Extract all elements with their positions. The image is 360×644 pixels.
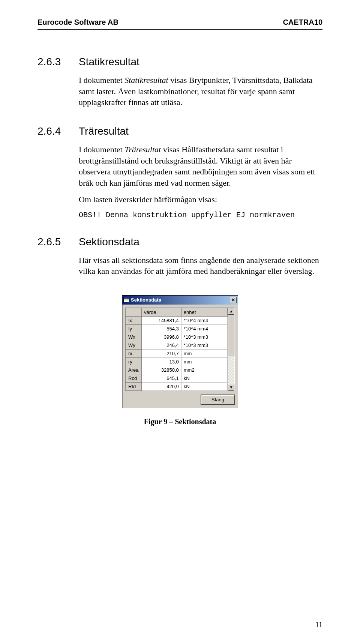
- row-value: 246,4: [142, 341, 182, 349]
- row-name: Rtd: [126, 382, 142, 390]
- section-paragraph: I dokumentet Statikresultat visas Brytpu…: [79, 75, 322, 108]
- figure-dialog-wrap: Sektionsdata ✕ värde enhet Ix145881,4*10…: [38, 295, 322, 408]
- page-number: 11: [315, 620, 322, 629]
- dialog-title: Sektionsdata: [131, 297, 161, 303]
- section-number: 2.6.4: [38, 125, 79, 224]
- row-unit: *10^4 mm4: [181, 316, 227, 324]
- close-icon[interactable]: ✕: [230, 297, 237, 303]
- grid-corner: [126, 308, 142, 316]
- header-rule: [38, 29, 322, 30]
- row-value: 210,7: [142, 349, 182, 357]
- section-264: 2.6.4 Träresultat I dokumentet Träresult…: [38, 125, 322, 224]
- table-row: Wy246,4*10^3 mm3: [126, 341, 228, 349]
- table-row: Rcd645,1kN: [126, 374, 228, 382]
- row-unit: *10^3 mm3: [181, 333, 227, 341]
- row-value: 3996,8: [142, 333, 182, 341]
- row-unit: mm: [181, 349, 227, 357]
- row-unit: kN: [181, 374, 227, 382]
- dialog-window: Sektionsdata ✕ värde enhet Ix145881,4*10…: [122, 295, 238, 408]
- scrollbar-track[interactable]: [228, 315, 234, 384]
- row-value: 554,3: [142, 324, 182, 333]
- scroll-up-icon[interactable]: ▲: [228, 308, 234, 315]
- row-unit: *10^4 mm4: [181, 324, 227, 333]
- row-name: Area: [126, 366, 142, 374]
- table-row: Area32850,0mm2: [126, 366, 228, 374]
- row-unit: kN: [181, 382, 227, 390]
- vertical-scrollbar[interactable]: ▲ ▼: [228, 308, 234, 391]
- grid-header-value: värde: [142, 308, 182, 316]
- table-row: Iy554,3*10^4 mm4: [126, 324, 228, 333]
- app-icon: [123, 297, 129, 303]
- row-name: ry: [126, 357, 142, 366]
- row-value: 420,9: [142, 382, 182, 390]
- section-paragraph: I dokumentet Träresultat visas Hållfasth…: [79, 144, 322, 189]
- row-name: Iy: [126, 324, 142, 333]
- table-row: Rtd420,9kN: [126, 382, 228, 390]
- section-number: 2.6.3: [38, 56, 79, 113]
- table-row: ry13,0mm: [126, 357, 228, 366]
- row-name: Wx: [126, 333, 142, 341]
- row-value: 645,1: [142, 374, 182, 382]
- row-value: 145881,4: [142, 316, 182, 324]
- row-unit: mm: [181, 357, 227, 366]
- section-263: 2.6.3 Statikresultat I dokumentet Statik…: [38, 56, 322, 113]
- row-unit: mm2: [181, 366, 227, 374]
- table-row: Ix145881,4*10^4 mm4: [126, 316, 228, 324]
- figure-caption: Figur 9 – Sektionsdata: [38, 417, 322, 426]
- table-row: rx210,7mm: [126, 349, 228, 357]
- row-unit: *10^3 mm3: [181, 341, 227, 349]
- section-title: Träresultat: [79, 125, 322, 137]
- header-right: CAETRA10: [283, 18, 322, 27]
- section-paragraph: Om lasten överskrider bärförmågan visas:: [79, 194, 322, 205]
- row-name: Wy: [126, 341, 142, 349]
- scrollbar-thumb[interactable]: [228, 315, 234, 356]
- row-name: Ix: [126, 316, 142, 324]
- section-265: 2.6.5 Sektionsdata Här visas all sektion…: [38, 236, 322, 282]
- code-warning-line: OBS!! Denna konstruktion uppfyller EJ no…: [79, 210, 322, 220]
- section-title: Sektionsdata: [79, 236, 322, 248]
- close-button[interactable]: Stäng: [201, 395, 235, 405]
- table-row: Wx3996,8*10^3 mm3: [126, 333, 228, 341]
- row-value: 13,0: [142, 357, 182, 366]
- page-header: Eurocode Software AB CAETRA10: [38, 18, 322, 27]
- row-name: Rcd: [126, 374, 142, 382]
- dialog-titlebar[interactable]: Sektionsdata ✕: [122, 296, 238, 305]
- grid-header-unit: enhet: [181, 308, 227, 316]
- scroll-down-icon[interactable]: ▼: [228, 384, 234, 391]
- data-grid: värde enhet Ix145881,4*10^4 mm4Iy554,3*1…: [125, 308, 235, 391]
- row-name: rx: [126, 349, 142, 357]
- section-number: 2.6.5: [38, 236, 79, 282]
- section-paragraph: Här visas all sektionsdata som finns ang…: [79, 255, 322, 277]
- row-value: 32850,0: [142, 366, 182, 374]
- header-left: Eurocode Software AB: [38, 18, 118, 27]
- section-title: Statikresultat: [79, 56, 322, 68]
